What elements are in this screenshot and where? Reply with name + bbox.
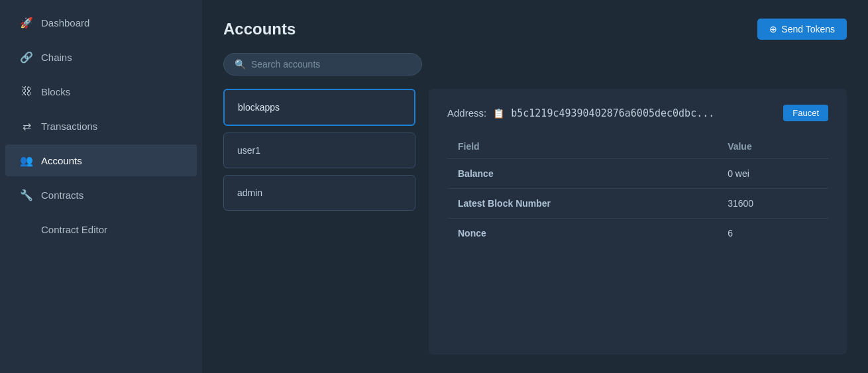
field-value: 0 wei (717, 159, 828, 189)
account-item-user1[interactable]: user1 (223, 133, 415, 168)
sidebar-label-dashboard: Dashboard (41, 17, 89, 28)
field-name: Nonce (447, 219, 717, 248)
address-label: Address: (447, 107, 486, 119)
send-tokens-label: Send Tokens (781, 24, 835, 34)
faucet-button[interactable]: Faucet (783, 105, 828, 121)
plus-icon: ⊕ (769, 24, 777, 34)
field-name: Balance (447, 159, 717, 189)
detail-table-body: Balance 0 wei Latest Block Number 31600 … (447, 159, 828, 248)
transactions-icon: ⇄ (20, 119, 33, 133)
sidebar-label-accounts: Accounts (41, 155, 82, 166)
accounts-icon: 👥 (20, 154, 33, 167)
table-row: Nonce 6 (447, 219, 828, 248)
search-input[interactable] (251, 59, 411, 70)
account-item-blockapps[interactable]: blockapps (223, 89, 415, 126)
send-tokens-button[interactable]: ⊕ Send Tokens (757, 19, 847, 40)
sidebar-label-blocks: Blocks (41, 86, 70, 97)
address-value: b5c1219c49390402876a6005dec0dbc... (511, 107, 714, 119)
main-header: Accounts ⊕ Send Tokens (223, 19, 847, 40)
sidebar-item-blocks[interactable]: ⛓ Blocks (5, 76, 197, 107)
sidebar-label-chains: Chains (41, 52, 72, 63)
sidebar-label-contract-editor: Contract Editor (41, 224, 107, 235)
detail-table: Field Value Balance 0 wei Latest Block N… (447, 134, 828, 248)
chains-icon: 🔗 (20, 50, 33, 64)
table-row: Latest Block Number 31600 (447, 189, 828, 219)
copy-icon[interactable]: 📋 (493, 108, 504, 119)
sidebar-label-transactions: Transactions (41, 121, 97, 132)
account-item-admin[interactable]: admin (223, 175, 415, 211)
account-detail: Address: 📋 b5c1219c49390402876a6005dec0d… (429, 89, 847, 354)
sidebar-item-accounts[interactable]: 👥 Accounts (5, 144, 197, 176)
col-field-header: Field (447, 134, 717, 159)
blocks-icon: ⛓ (20, 85, 33, 98)
sidebar-item-contract-editor[interactable]: Contract Editor (5, 213, 197, 245)
main-content: Accounts ⊕ Send Tokens 🔍 blockappsuser1a… (202, 0, 868, 373)
sidebar-item-chains[interactable]: 🔗 Chains (5, 41, 197, 73)
search-bar[interactable]: 🔍 (223, 53, 422, 76)
search-icon: 🔍 (235, 59, 246, 70)
sidebar-item-contracts[interactable]: 🔧 Contracts (5, 179, 197, 211)
sidebar-label-contracts: Contracts (41, 189, 83, 201)
table-row: Balance 0 wei (447, 159, 828, 189)
field-name: Latest Block Number (447, 189, 717, 219)
col-value-header: Value (717, 134, 828, 159)
dashboard-icon: 🚀 (20, 16, 33, 29)
sidebar-item-dashboard[interactable]: 🚀 Dashboard (5, 7, 197, 38)
contracts-icon: 🔧 (20, 188, 33, 201)
contract-editor-icon (20, 223, 33, 236)
sidebar-item-transactions[interactable]: ⇄ Transactions (5, 110, 197, 142)
field-value: 31600 (717, 189, 828, 219)
account-list: blockappsuser1admin (223, 89, 415, 354)
page-title: Accounts (223, 20, 296, 38)
sidebar: 🚀 Dashboard 🔗 Chains ⛓ Blocks ⇄ Transact… (0, 0, 202, 373)
field-value: 6 (717, 219, 828, 248)
address-row: Address: 📋 b5c1219c49390402876a6005dec0d… (447, 105, 828, 121)
content-area: blockappsuser1admin Address: 📋 b5c1219c4… (223, 89, 847, 354)
